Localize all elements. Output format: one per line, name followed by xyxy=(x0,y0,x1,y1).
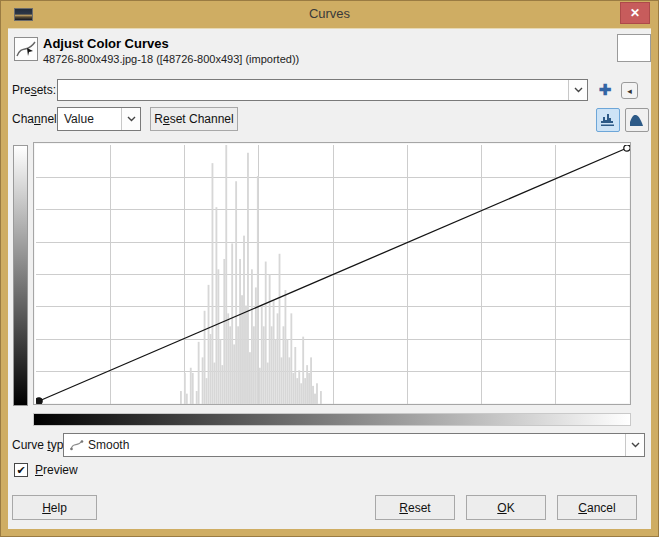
curve-type-value: Smooth xyxy=(88,438,129,452)
linear-histogram-toggle[interactable] xyxy=(596,108,620,132)
horizontal-value-gradient xyxy=(33,413,631,426)
help-button[interactable]: Help xyxy=(12,495,97,520)
smooth-curve-icon xyxy=(70,439,84,451)
vertical-value-gradient xyxy=(13,145,28,406)
triangle-left-icon: ◂ xyxy=(627,86,632,96)
curve-type-combobox[interactable]: Smooth xyxy=(63,433,645,457)
reset-channel-button[interactable]: Reset Channel xyxy=(150,107,238,131)
preset-menu-button[interactable]: ◂ xyxy=(621,82,638,99)
channel-combobox[interactable]: Value xyxy=(57,107,141,131)
chevron-down-icon[interactable] xyxy=(121,108,140,130)
curve-plot[interactable] xyxy=(36,145,630,404)
preview-checkbox[interactable]: ✔ xyxy=(14,463,28,477)
curve-plot-frame xyxy=(33,142,631,405)
check-icon: ✔ xyxy=(16,464,25,476)
logarithmic-histogram-toggle[interactable] xyxy=(625,108,649,132)
plus-icon: ✚ xyxy=(599,81,612,99)
reset-button[interactable]: Reset xyxy=(375,495,455,520)
chevron-down-icon[interactable] xyxy=(625,434,644,456)
channel-label: Channel: xyxy=(12,112,60,126)
ok-button[interactable]: OK xyxy=(466,495,546,520)
curves-dialog: Curves ✕ Adjust Color Curves 48726-800x4… xyxy=(0,0,659,537)
presets-label: Presets: xyxy=(12,83,56,97)
titlebar[interactable]: Curves ✕ xyxy=(0,0,659,28)
image-filename: 48726-800x493.jpg-18 ([48726-800x493] (i… xyxy=(43,53,299,65)
cancel-button[interactable]: Cancel xyxy=(557,495,637,520)
logarithmic-histogram-icon xyxy=(629,113,645,127)
preview-label: Preview xyxy=(35,463,78,477)
channel-value: Value xyxy=(64,108,94,130)
dialog-content: Adjust Color Curves 48726-800x493.jpg-18… xyxy=(8,28,651,529)
linear-histogram-icon xyxy=(600,113,616,127)
image-thumbnail xyxy=(617,34,651,62)
curves-tool-icon xyxy=(14,37,38,61)
chevron-down-icon[interactable] xyxy=(568,80,587,100)
add-preset-button[interactable]: ✚ xyxy=(595,80,615,100)
presets-combobox[interactable] xyxy=(57,79,588,101)
close-icon[interactable]: ✕ xyxy=(620,2,650,24)
dialog-heading: Adjust Color Curves xyxy=(43,36,169,51)
window-title: Curves xyxy=(0,0,659,28)
